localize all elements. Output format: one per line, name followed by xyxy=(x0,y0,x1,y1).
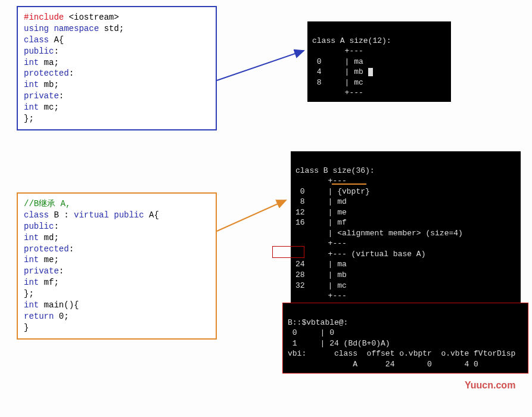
code-line: class B : virtual public A{ xyxy=(24,210,210,221)
term-line: 1 | 24 (Bd(B+0)A) xyxy=(288,339,390,348)
watermark: Yuucn.com xyxy=(465,380,515,391)
term-line: 4 | mb xyxy=(312,67,373,76)
highlight-offset-24 xyxy=(272,246,304,258)
term-line: 24 | ma xyxy=(295,260,347,269)
term-line: B::$vbtable@: xyxy=(288,318,348,327)
term-line: 12 | me xyxy=(295,208,347,217)
code-line: protected: xyxy=(24,244,210,255)
diagram-canvas: #include <iostream> using namespace std;… xyxy=(0,0,532,417)
code-line: }; xyxy=(24,288,210,300)
code-line: using namespace std; xyxy=(24,23,210,35)
code-line: int main(){ xyxy=(24,300,210,311)
term-line: 8 | mc xyxy=(312,78,363,87)
code-box-class-a: #include <iostream> using namespace std;… xyxy=(17,6,217,130)
term-line: +--- xyxy=(312,88,363,97)
highlight-vbptr xyxy=(332,183,366,185)
svg-line-0 xyxy=(217,51,304,80)
code-line: int md; xyxy=(24,232,210,244)
terminal-vbtable: B::$vbtable@: 0 | 0 1 | 24 (Bd(B+0)A) vb… xyxy=(282,303,528,374)
term-line: 32 | mc xyxy=(295,281,347,290)
svg-line-1 xyxy=(217,200,286,231)
code-line: int mc; xyxy=(24,102,210,113)
term-line: A 24 0 4 0 xyxy=(288,360,478,369)
code-line: } xyxy=(24,322,210,334)
code-line: int me; xyxy=(24,254,210,266)
code-line: private: xyxy=(24,91,210,102)
term-line: class B size(36): xyxy=(295,166,375,175)
code-line: public: xyxy=(24,221,210,232)
term-line: 0 | ma xyxy=(312,57,363,66)
code-line: private: xyxy=(24,266,210,277)
term-line: 0 | {vbptr} xyxy=(295,187,370,196)
code-line: int mf; xyxy=(24,277,210,288)
code-comment: //B继承 A, xyxy=(24,198,210,210)
code-line: }; xyxy=(24,113,210,125)
term-line: | <alignment member> (size=4) xyxy=(295,229,463,238)
cursor-icon xyxy=(368,68,373,76)
preproc: #include xyxy=(24,13,64,22)
code-box-class-b: //B继承 A, class B : virtual public A{ pub… xyxy=(17,192,217,340)
term-line: 0 | 0 xyxy=(288,328,334,337)
term-line: vbi: class offset o.vbptr o.vbte fVtorDi… xyxy=(288,349,515,358)
arrow-b-to-layout xyxy=(216,197,290,238)
term-line: +--- xyxy=(312,46,363,55)
code-line: protected: xyxy=(24,68,210,79)
terminal-class-a-layout: class A size(12): +--- 0 | ma 4 | mb 8 |… xyxy=(307,21,451,102)
term-line: +--- (virtual base A) xyxy=(295,250,425,259)
term-line: 8 | md xyxy=(295,197,347,206)
code-line: public: xyxy=(24,46,210,57)
term-line: +--- xyxy=(295,291,347,300)
code-line: class A{ xyxy=(24,35,210,46)
code-line: #include <iostream> xyxy=(24,12,210,23)
term-line: class A size(12): xyxy=(312,36,391,45)
arrow-a-to-layout xyxy=(216,48,308,83)
code-line: return 0; xyxy=(24,311,210,322)
term-line: 16 | mf xyxy=(295,218,347,227)
code-line: int mb; xyxy=(24,79,210,91)
code-line: int ma; xyxy=(24,57,210,69)
term-line: 28 | mb xyxy=(295,270,347,279)
terminal-class-b-layout: class B size(36): +--- 0 | {vbptr} 8 | m… xyxy=(291,151,521,305)
